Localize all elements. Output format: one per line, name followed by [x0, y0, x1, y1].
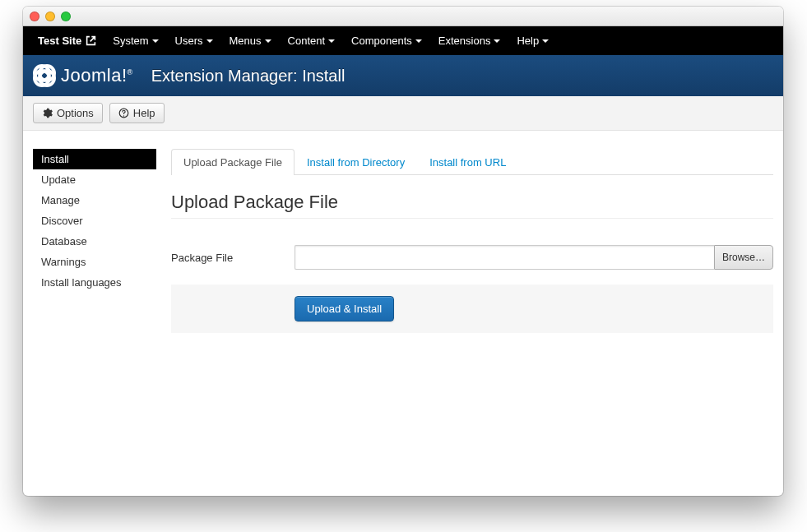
upload-install-button[interactable]: Upload & Install — [295, 296, 394, 322]
site-name: Test Site — [38, 35, 81, 47]
action-bar: Upload & Install — [171, 285, 773, 333]
page-toolbar: Options Help — [23, 96, 783, 131]
sidebar-item-install-languages[interactable]: Install languages — [33, 272, 156, 293]
pane-heading: Upload Package File — [171, 192, 773, 219]
minimize-window-button[interactable] — [45, 12, 55, 21]
tab-install-from-directory[interactable]: Install from Directory — [295, 149, 417, 175]
menu-help[interactable]: Help — [510, 35, 555, 47]
sidebar-item-discover[interactable]: Discover — [33, 210, 156, 231]
menu-content[interactable]: Content — [281, 35, 342, 47]
sidebar-item-update[interactable]: Update — [33, 169, 156, 190]
package-file-row: Package File Browse… — [171, 225, 773, 280]
admin-top-menu: Test Site System Users Menus Content Com… — [23, 26, 783, 55]
content-area: Install Update Manage Discover Database … — [23, 131, 783, 333]
chevron-down-icon — [265, 39, 271, 43]
options-button[interactable]: Options — [33, 103, 103, 123]
sidebar-item-warnings[interactable]: Warnings — [33, 252, 156, 272]
zoom-window-button[interactable] — [61, 12, 71, 21]
help-button[interactable]: Help — [109, 103, 165, 123]
help-icon — [118, 108, 129, 118]
chevron-down-icon — [152, 39, 159, 43]
help-label: Help — [133, 107, 155, 119]
titlebar — [23, 7, 783, 26]
chevron-down-icon — [415, 39, 422, 43]
joomla-logo: Joomla!® — [33, 64, 133, 87]
chevron-down-icon — [328, 39, 335, 43]
tab-bar: Upload Package File Install from Directo… — [171, 149, 773, 175]
file-picker: Browse… — [295, 245, 773, 270]
page-title: Extension Manager: Install — [151, 67, 346, 86]
sidebar-item-manage[interactable]: Manage — [33, 190, 156, 210]
site-link[interactable]: Test Site — [31, 35, 103, 47]
chevron-down-icon — [494, 39, 500, 43]
tab-install-from-url[interactable]: Install from URL — [417, 149, 518, 175]
sidebar: Install Update Manage Discover Database … — [33, 149, 156, 293]
mac-window: Test Site System Users Menus Content Com… — [23, 7, 783, 496]
menu-extensions[interactable]: Extensions — [432, 35, 508, 47]
package-file-label: Package File — [171, 252, 295, 264]
close-window-button[interactable] — [30, 12, 39, 21]
menu-menus[interactable]: Menus — [223, 35, 278, 47]
main-pane: Upload Package File Install from Directo… — [156, 149, 773, 333]
tab-upload-package-file[interactable]: Upload Package File — [171, 149, 295, 175]
menu-system[interactable]: System — [106, 35, 165, 47]
chevron-down-icon — [206, 39, 213, 43]
sidebar-item-database[interactable]: Database — [33, 231, 156, 252]
gear-icon — [42, 108, 53, 118]
chevron-down-icon — [542, 39, 549, 43]
browse-button[interactable]: Browse… — [714, 245, 773, 270]
sidebar-item-install[interactable]: Install — [33, 149, 156, 169]
options-label: Options — [57, 107, 94, 119]
menu-components[interactable]: Components — [345, 35, 429, 47]
package-file-input[interactable] — [295, 245, 714, 270]
menu-users[interactable]: Users — [169, 35, 220, 47]
page-header: Joomla!® Extension Manager: Install — [23, 55, 783, 96]
external-link-icon — [86, 35, 96, 46]
brand-text: Joomla!® — [61, 65, 133, 86]
joomla-mark-icon — [33, 64, 56, 87]
